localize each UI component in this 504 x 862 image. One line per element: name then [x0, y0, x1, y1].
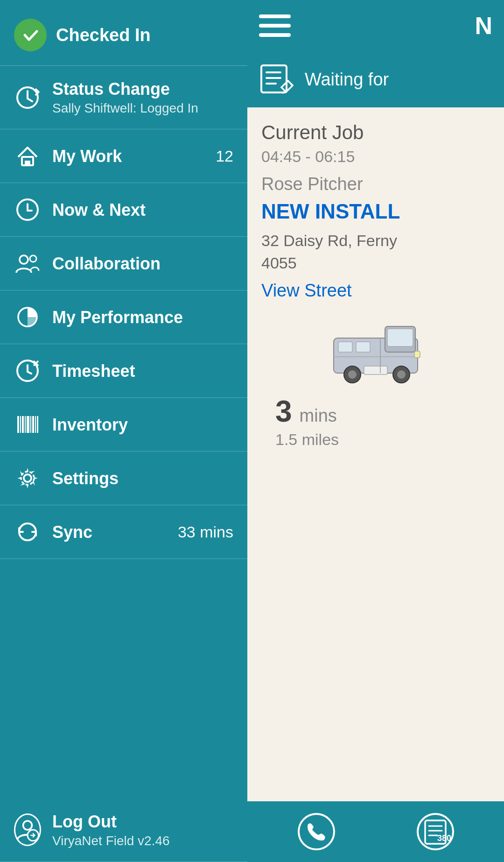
svg-line-2	[28, 99, 32, 101]
sync-text: Sync	[52, 522, 178, 542]
svg-point-9	[30, 255, 36, 262]
svg-rect-17	[25, 416, 26, 433]
my-work-text: My Work	[52, 146, 216, 166]
now-next-label: Now & Next	[52, 200, 233, 220]
logout-label: Log Out	[52, 812, 233, 832]
hamburger-button[interactable]	[259, 9, 296, 42]
sidebar-item-logout[interactable]: Log Out ViryaNet Field v2.46	[0, 798, 247, 862]
settings-text: Settings	[52, 468, 233, 488]
collaboration-text: Collaboration	[52, 254, 233, 274]
sync-label: Sync	[52, 522, 178, 542]
job-address: 32 Daisy Rd, Ferny4055	[261, 230, 490, 274]
phone-button[interactable]	[295, 811, 337, 853]
version-label: ViryaNet Field v2.46	[52, 834, 233, 848]
sidebar: Checked In Status Change Sally Shiftwell…	[0, 0, 247, 862]
van-illustration	[329, 310, 422, 385]
svg-rect-18	[27, 416, 29, 433]
svg-line-13	[28, 372, 31, 374]
logout-text: Log Out ViryaNet Field v2.46	[52, 812, 233, 848]
barcode-icon	[14, 411, 41, 438]
job-form-button[interactable]: 380	[414, 811, 456, 853]
sidebar-item-collaboration[interactable]: Collaboration	[0, 237, 247, 290]
svg-point-26	[23, 821, 32, 830]
svg-rect-35	[387, 329, 413, 346]
sidebar-item-settings[interactable]: Settings	[0, 452, 247, 505]
svg-point-46	[299, 814, 334, 849]
inventory-text: Inventory	[52, 415, 233, 435]
travel-mins-number: 3	[275, 394, 292, 429]
sidebar-item-my-performance[interactable]: My Performance	[0, 290, 247, 344]
logout-icon	[14, 816, 41, 843]
svg-rect-44	[414, 351, 420, 358]
svg-rect-19	[30, 416, 31, 433]
sync-icon	[14, 518, 41, 545]
sidebar-item-status-change[interactable]: Status Change Sally Shiftwell: Logged In	[0, 66, 247, 129]
timesheet-text: Timesheet	[52, 361, 233, 381]
now-next-text: Now & Next	[52, 200, 233, 220]
my-work-label: My Work	[52, 146, 216, 166]
right-panel: N Waiting for Current Job 04:45 - 06:15 …	[247, 0, 504, 862]
view-street-link[interactable]: View Street	[261, 281, 490, 301]
pie-icon	[14, 304, 41, 331]
sidebar-item-my-work[interactable]: My Work 12	[0, 129, 247, 183]
job-card[interactable]: Current Job 04:45 - 06:15 Rose Pitcher N…	[247, 107, 504, 801]
people-icon	[14, 250, 41, 277]
status-change-label: Status Change	[52, 79, 233, 99]
svg-rect-37	[356, 342, 370, 352]
svg-point-42	[397, 370, 406, 379]
hamburger-line-1	[259, 14, 291, 18]
svg-rect-4	[25, 161, 30, 165]
timesheet-label: Timesheet	[52, 361, 233, 381]
job-type: NEW INSTALL	[261, 200, 490, 223]
inventory-label: Inventory	[52, 415, 233, 435]
right-header: N	[247, 0, 504, 51]
svg-point-40	[348, 370, 357, 379]
waiting-text: Waiting for	[305, 70, 389, 90]
sidebar-item-sync[interactable]: Sync 33 mins	[0, 505, 247, 559]
sidebar-header: Checked In	[0, 0, 247, 66]
job-card-title: Current Job	[261, 121, 490, 144]
svg-text:380: 380	[437, 834, 451, 843]
svg-rect-22	[37, 416, 38, 433]
document-edit-icon	[259, 63, 296, 96]
checked-in-label: Checked In	[56, 25, 151, 45]
clock-alt-icon	[14, 196, 41, 223]
settings-label: Settings	[52, 468, 233, 488]
my-performance-text: My Performance	[52, 307, 233, 327]
svg-point-25	[21, 472, 34, 485]
travel-mins-label: mins	[300, 406, 337, 426]
sync-badge: 33 mins	[178, 523, 233, 541]
job-time: 04:45 - 06:15	[261, 148, 490, 166]
sidebar-item-timesheet[interactable]: Timesheet	[0, 344, 247, 398]
svg-line-32	[288, 81, 293, 85]
home-icon	[14, 142, 41, 170]
hamburger-line-3	[259, 33, 291, 37]
svg-rect-36	[338, 342, 352, 352]
collaboration-label: Collaboration	[52, 254, 233, 274]
svg-rect-16	[22, 416, 24, 433]
svg-rect-15	[20, 416, 21, 433]
checked-in-circle	[14, 19, 47, 51]
svg-point-24	[24, 474, 31, 482]
svg-rect-43	[364, 366, 387, 374]
header-n-label: N	[475, 12, 492, 40]
svg-rect-21	[35, 416, 36, 433]
job-customer: Rose Pitcher	[261, 174, 490, 194]
waiting-bar: Waiting for	[247, 51, 504, 107]
hamburger-line-2	[259, 24, 291, 28]
travel-info: 3 mins	[261, 394, 490, 429]
svg-rect-14	[17, 416, 19, 433]
my-work-badge: 12	[216, 147, 233, 165]
my-performance-label: My Performance	[52, 307, 233, 327]
status-change-text: Status Change Sally Shiftwell: Logged In	[52, 79, 233, 116]
sidebar-item-now-next[interactable]: Now & Next	[0, 183, 247, 237]
travel-miles: 1.5 miles	[261, 431, 490, 449]
timesheet-icon	[14, 357, 41, 384]
svg-point-8	[20, 255, 28, 264]
gear-icon	[14, 465, 41, 492]
svg-rect-20	[32, 416, 34, 433]
bottom-action-bar: 380	[247, 801, 504, 862]
clock-icon	[14, 84, 41, 111]
sidebar-item-inventory[interactable]: Inventory	[0, 398, 247, 452]
status-change-sublabel: Sally Shiftwell: Logged In	[52, 101, 233, 116]
